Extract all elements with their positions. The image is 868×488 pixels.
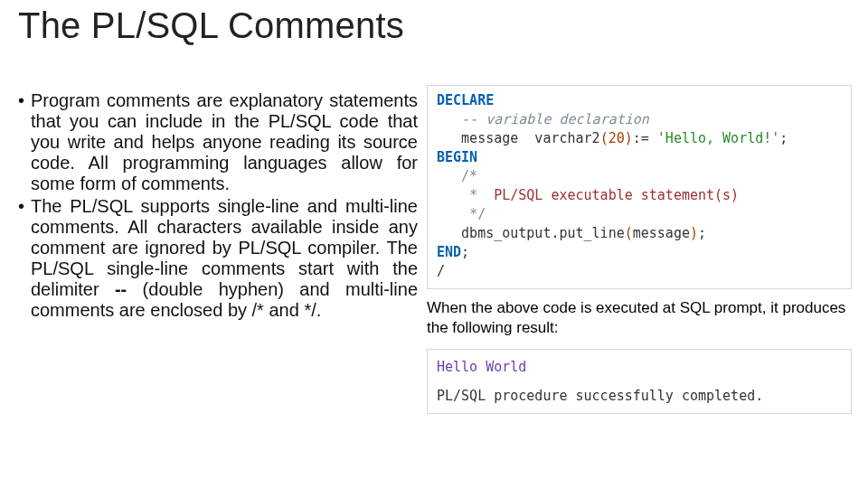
paren-open: ( bbox=[625, 225, 633, 241]
left-column: Program comments are explanatory stateme… bbox=[18, 90, 418, 472]
slash-terminator: / bbox=[437, 263, 445, 279]
comment-open: /* bbox=[461, 168, 477, 184]
code-line-2: -- variable declaration bbox=[437, 110, 842, 129]
result-line-2: PL/SQL procedure successfully completed. bbox=[437, 386, 842, 406]
code-line-9: END; bbox=[437, 243, 842, 262]
code-line-6: * PL/SQL executable statement(s) bbox=[437, 186, 842, 205]
indent bbox=[437, 111, 461, 127]
slide: The PL/SQL Comments Program comments are… bbox=[0, 0, 868, 488]
string-literal: 'Hello, World!' bbox=[657, 130, 779, 146]
code-line-4: BEGIN bbox=[437, 148, 842, 167]
bullet-item-2: The PL/SQL supports single-line and mult… bbox=[31, 196, 418, 321]
number-literal: 20 bbox=[609, 130, 625, 146]
bullet-text-1: Program comments are explanatory stateme… bbox=[31, 90, 418, 193]
semicolon: ; bbox=[461, 244, 469, 260]
result-caption: When the above code is executed at SQL p… bbox=[427, 298, 852, 338]
bullet-item-1: Program comments are explanatory stateme… bbox=[31, 90, 418, 194]
semicolon: ; bbox=[698, 225, 706, 241]
proc-name: put_line bbox=[559, 225, 624, 241]
slide-title: The PL/SQL Comments bbox=[18, 5, 404, 46]
paren-close: ) bbox=[625, 130, 633, 146]
code-line-10: / bbox=[437, 262, 842, 281]
arg-name: message bbox=[633, 225, 690, 241]
code-line-3: message varchar2(20):= 'Hello, World!'; bbox=[437, 129, 842, 148]
indent bbox=[437, 206, 469, 222]
code-line-1: DECLARE bbox=[437, 91, 842, 110]
spacer bbox=[437, 377, 842, 386]
paren-close: ) bbox=[690, 225, 698, 241]
code-line-5: /* bbox=[437, 167, 842, 186]
result-block: Hello World PL/SQL procedure successfull… bbox=[427, 349, 852, 414]
code-line-8: dbms_output.put_line(message); bbox=[437, 224, 842, 243]
comment-line: -- variable declaration bbox=[461, 111, 649, 127]
semicolon: ; bbox=[779, 130, 788, 146]
indent bbox=[437, 187, 469, 203]
assign-op: := bbox=[633, 130, 657, 146]
content-columns: Program comments are explanatory stateme… bbox=[18, 90, 861, 472]
result-line-1: Hello World bbox=[437, 357, 842, 377]
indent bbox=[437, 225, 461, 241]
comment-star: * bbox=[469, 187, 494, 203]
bullet-text-2-bold: -- bbox=[99, 279, 143, 299]
pkg-name: dbms_output bbox=[461, 225, 551, 241]
comment-body: PL/SQL executable statement(s) bbox=[494, 187, 739, 203]
code-block: DECLARE -- variable declaration message … bbox=[427, 85, 852, 289]
comment-close: */ bbox=[469, 206, 486, 222]
right-column: DECLARE -- variable declaration message … bbox=[427, 90, 861, 472]
paren-open: ( bbox=[600, 130, 609, 146]
code-line-7: */ bbox=[437, 205, 842, 224]
kw-begin: BEGIN bbox=[437, 149, 477, 165]
indent bbox=[437, 130, 461, 146]
bullet-list: Program comments are explanatory stateme… bbox=[18, 90, 418, 321]
decl-var: message varchar2 bbox=[461, 130, 600, 146]
kw-end: END bbox=[437, 244, 461, 260]
indent bbox=[437, 168, 461, 184]
kw-declare: DECLARE bbox=[437, 92, 494, 108]
